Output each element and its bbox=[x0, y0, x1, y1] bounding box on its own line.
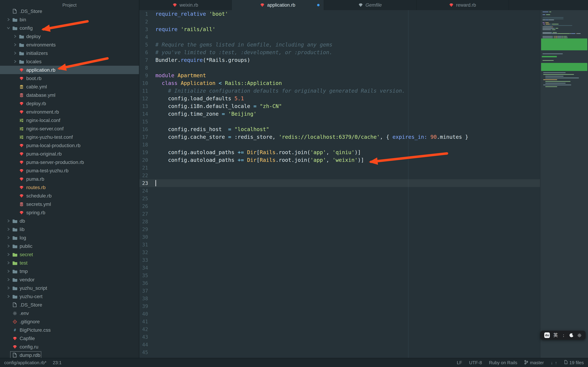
chevron-right-icon[interactable] bbox=[6, 227, 11, 231]
tree-item-lib[interactable]: lib bbox=[0, 225, 139, 234]
code-line[interactable]: 14 config.time_zone = 'Beijing' bbox=[139, 110, 540, 118]
tree-item-bigpicture-css[interactable]: #BigPicture.css bbox=[0, 326, 139, 334]
code-line[interactable]: 44 bbox=[139, 341, 540, 349]
ime-indicator[interactable]: du 英 ； bbox=[540, 331, 586, 340]
tree-item-puma-rb[interactable]: puma.rb bbox=[0, 175, 139, 183]
code-lines[interactable]: 1require_relative 'boot'23require 'rails… bbox=[139, 10, 540, 356]
tree-item-cable-yml[interactable]: cable.yml bbox=[0, 83, 139, 91]
chevron-right-icon[interactable] bbox=[6, 18, 11, 21]
tree-item-nginx-yuzhu-test-conf[interactable]: nginx-yuzhu-test.conf bbox=[0, 133, 139, 141]
chevron-right-icon[interactable] bbox=[6, 278, 11, 281]
code-line[interactable]: 3require 'rails/all' bbox=[139, 25, 540, 33]
tree-item-puma-local-production-rb[interactable]: puma-local-production.rb bbox=[0, 141, 139, 150]
chevron-right-icon[interactable] bbox=[12, 51, 18, 55]
code-line[interactable]: 39 bbox=[139, 302, 540, 310]
chevron-right-icon[interactable] bbox=[12, 43, 18, 47]
tree-item-environment-rb[interactable]: environment.rb bbox=[0, 108, 139, 116]
chevron-right-icon[interactable] bbox=[6, 244, 11, 248]
tree-item-yuzhu-script[interactable]: yuzhu_script bbox=[0, 284, 139, 292]
code-line[interactable]: 22 bbox=[139, 172, 540, 179]
tree-item-application-rb[interactable]: application.rb bbox=[0, 66, 139, 74]
tree-item-config-ru[interactable]: config.ru bbox=[0, 342, 139, 351]
tree-item-log[interactable]: log bbox=[0, 234, 139, 242]
minimap[interactable] bbox=[540, 10, 588, 358]
code-line[interactable]: 31 bbox=[139, 241, 540, 249]
tree-item-public[interactable]: public bbox=[0, 242, 139, 250]
code-line[interactable]: 8 bbox=[139, 64, 540, 72]
code-line[interactable]: 17 config.cache_store = :redis_store, 'r… bbox=[139, 133, 540, 141]
tree-item-gitignore[interactable]: .gitignore bbox=[0, 317, 139, 326]
code-line[interactable]: 30 bbox=[139, 233, 540, 241]
code-line[interactable]: 7Bundler.require(*Rails.groups) bbox=[139, 56, 540, 64]
tree-item-tmp[interactable]: tmp bbox=[0, 267, 139, 275]
tree-item-deploy-rb[interactable]: deploy.rb bbox=[0, 99, 139, 108]
code-line[interactable]: 35 bbox=[139, 272, 540, 279]
code-line[interactable]: 16 config.redis_host = "localhost" bbox=[139, 125, 540, 133]
git-branch[interactable]: master bbox=[524, 360, 544, 366]
code-line[interactable]: 21 bbox=[139, 164, 540, 172]
tree-item-db[interactable]: db bbox=[0, 217, 139, 225]
code-line[interactable]: 24 bbox=[139, 187, 540, 195]
code-line[interactable]: 12 config.load_defaults 5.1 bbox=[139, 95, 540, 102]
tree-item-env[interactable]: .env bbox=[0, 309, 139, 317]
git-sync-indicators[interactable]: ↓ ↑ bbox=[551, 360, 557, 365]
status-encoding[interactable]: UTF-8 bbox=[469, 360, 482, 365]
tree-item-schedule-rb[interactable]: schedule.rb bbox=[0, 192, 139, 200]
chevron-right-icon[interactable] bbox=[6, 261, 11, 265]
ime-language-mode[interactable]: 英 bbox=[553, 332, 558, 338]
code-line[interactable]: 18 bbox=[139, 141, 540, 149]
chevron-right-icon[interactable] bbox=[6, 236, 11, 239]
code-line[interactable]: 43 bbox=[139, 333, 540, 341]
code-line[interactable]: 37 bbox=[139, 287, 540, 295]
code-line[interactable]: 20 config.autoload_paths += Dir[Rails.ro… bbox=[139, 156, 540, 164]
tree-item-deploy[interactable]: deploy bbox=[0, 32, 139, 41]
tree-item-config[interactable]: config bbox=[0, 24, 139, 32]
code-line[interactable]: 10 class Application < Rails::Applicatio… bbox=[139, 79, 540, 87]
code-line[interactable]: 6# you've limited to :test, :development… bbox=[139, 49, 540, 56]
chevron-down-icon[interactable] bbox=[6, 26, 11, 30]
code-line[interactable]: 26 bbox=[139, 202, 540, 210]
chevron-right-icon[interactable] bbox=[6, 286, 11, 290]
code-line[interactable]: 23 bbox=[139, 179, 540, 187]
code-line[interactable]: 40 bbox=[139, 310, 540, 318]
code-line[interactable]: 41 bbox=[139, 318, 540, 325]
tab-weixin-rb[interactable]: weixin.rb bbox=[139, 0, 232, 10]
code-line[interactable]: 2 bbox=[139, 18, 540, 25]
tab-gemfile[interactable]: Gemfile bbox=[324, 0, 416, 10]
tree-item-bin[interactable]: bin bbox=[0, 15, 139, 24]
code-line[interactable]: 28 bbox=[139, 218, 540, 225]
file-tree[interactable]: .DS_Storebinconfigdeployenvironmentsinit… bbox=[0, 7, 139, 358]
tree-item-secrets-yml[interactable]: secrets.yml bbox=[0, 200, 139, 208]
code-line[interactable]: 27 bbox=[139, 210, 540, 218]
code-line[interactable]: 25 bbox=[139, 195, 540, 202]
editor[interactable]: 1require_relative 'boot'23require 'rails… bbox=[139, 10, 588, 358]
status-cursor-position[interactable]: 23:1 bbox=[53, 360, 62, 365]
code-line[interactable]: 38 bbox=[139, 295, 540, 302]
tree-item-vendor[interactable]: vendor bbox=[0, 275, 139, 284]
tab-application-rb[interactable]: application.rb bbox=[232, 0, 324, 10]
code-line[interactable]: 1require_relative 'boot' bbox=[139, 10, 540, 18]
tree-item-spring-rb[interactable]: spring.rb bbox=[0, 208, 139, 217]
gear-icon[interactable] bbox=[577, 333, 582, 337]
tree-item-test[interactable]: test bbox=[0, 259, 139, 267]
code-line[interactable]: 9module Apartment bbox=[139, 72, 540, 79]
status-file-path[interactable]: config/application.rb* bbox=[4, 360, 46, 365]
chevron-right-icon[interactable] bbox=[12, 60, 18, 63]
tree-item-secret[interactable]: secret bbox=[0, 250, 139, 259]
status-line-ending[interactable]: LF bbox=[457, 360, 462, 365]
tree-item-dump-rdb[interactable]: dump.rdb bbox=[0, 351, 139, 358]
code-line[interactable]: 11 # Initialize configuration defaults f… bbox=[139, 87, 540, 95]
code-line[interactable]: 32 bbox=[139, 249, 540, 256]
tree-item-puma-server-production-rb[interactable]: puma-server-production.rb bbox=[0, 158, 139, 166]
changed-files[interactable]: 19 files bbox=[564, 360, 584, 365]
chevron-right-icon[interactable] bbox=[6, 219, 11, 223]
tree-item-initializers[interactable]: initializers bbox=[0, 49, 139, 57]
tab-reward-rb[interactable]: reward.rb bbox=[416, 0, 509, 10]
code-line[interactable]: 19 config.autoload_paths += Dir[Rails.ro… bbox=[139, 149, 540, 156]
code-line[interactable]: 42 bbox=[139, 325, 540, 333]
code-line[interactable]: 34 bbox=[139, 264, 540, 272]
chevron-right-icon[interactable] bbox=[6, 295, 11, 298]
code-line[interactable]: 29 bbox=[139, 225, 540, 233]
chevron-right-icon[interactable] bbox=[6, 253, 11, 256]
chevron-right-icon[interactable] bbox=[6, 269, 11, 273]
